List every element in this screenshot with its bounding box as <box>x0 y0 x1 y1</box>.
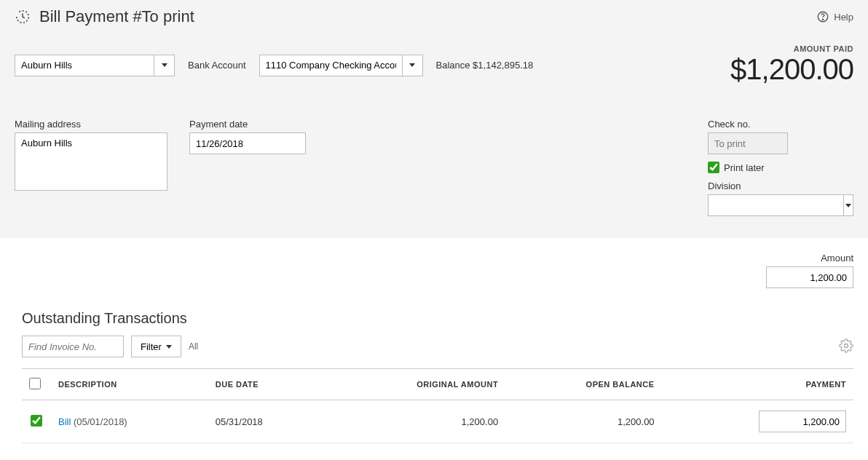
check-no-input[interactable] <box>708 132 788 154</box>
amount-input[interactable] <box>766 266 853 288</box>
find-invoice-input[interactable] <box>22 336 124 357</box>
amount-paid-label: AMOUNT PAID <box>730 44 853 53</box>
history-icon[interactable] <box>15 9 31 25</box>
amount-paid-value: $1,200.00 <box>730 53 853 86</box>
check-no-label: Check no. <box>708 119 853 130</box>
payee-select[interactable] <box>15 55 175 76</box>
open-balance-cell: 1,200.00 <box>505 400 661 443</box>
col-description: DESCRIPTION <box>51 369 208 400</box>
table-row: Bill (05/01/2018) 05/31/2018 1,200.00 1,… <box>22 400 853 443</box>
print-later-label: Print later <box>724 162 765 173</box>
division-caret[interactable] <box>843 195 853 215</box>
gear-icon[interactable] <box>839 338 853 355</box>
svg-point-1 <box>823 19 824 20</box>
page-title: Bill Payment #To print <box>39 7 816 26</box>
filter-button[interactable]: Filter <box>131 336 181 357</box>
balance-display: Balance $1,142,895.18 <box>436 60 534 71</box>
mailing-address-label: Mailing address <box>15 119 167 130</box>
payment-date-label: Payment date <box>189 119 306 130</box>
chevron-down-icon <box>845 204 851 207</box>
help-label: Help <box>834 12 853 23</box>
row-checkbox[interactable] <box>31 415 42 427</box>
bill-link[interactable]: Bill <box>58 416 71 427</box>
bank-account-label: Bank Account <box>188 60 246 71</box>
mailing-address-input[interactable]: Auburn Hills <box>15 132 167 191</box>
bank-account-input[interactable] <box>260 55 402 76</box>
chevron-down-icon <box>166 345 172 349</box>
chevron-down-icon <box>162 63 167 67</box>
due-date-cell: 05/31/2018 <box>208 400 325 443</box>
division-select[interactable] <box>708 194 853 216</box>
filter-all-label: All <box>189 341 198 352</box>
payment-date-input[interactable] <box>189 132 306 154</box>
bank-account-select[interactable] <box>259 55 423 76</box>
payee-input[interactable] <box>15 55 154 76</box>
select-all-checkbox[interactable] <box>29 378 41 389</box>
svg-point-2 <box>845 344 848 347</box>
col-open-balance: OPEN BALANCE <box>505 369 661 400</box>
bank-account-caret[interactable] <box>402 55 422 76</box>
print-later-checkbox[interactable] <box>708 162 719 173</box>
bill-date: (05/01/2018) <box>74 416 127 427</box>
division-label: Division <box>708 181 853 191</box>
original-amount-cell: 1,200.00 <box>325 400 505 443</box>
help-button[interactable]: Help <box>816 10 853 23</box>
col-original-amount: ORIGINAL AMOUNT <box>325 369 505 400</box>
col-payment: PAYMENT <box>662 369 853 400</box>
payment-input[interactable] <box>759 411 846 432</box>
chevron-down-icon <box>409 63 415 67</box>
payee-caret[interactable] <box>154 55 174 76</box>
amount-label: Amount <box>821 253 853 263</box>
outstanding-title: Outstanding Transactions <box>22 310 853 327</box>
division-input[interactable] <box>709 195 843 215</box>
col-due-date: DUE DATE <box>208 369 325 400</box>
